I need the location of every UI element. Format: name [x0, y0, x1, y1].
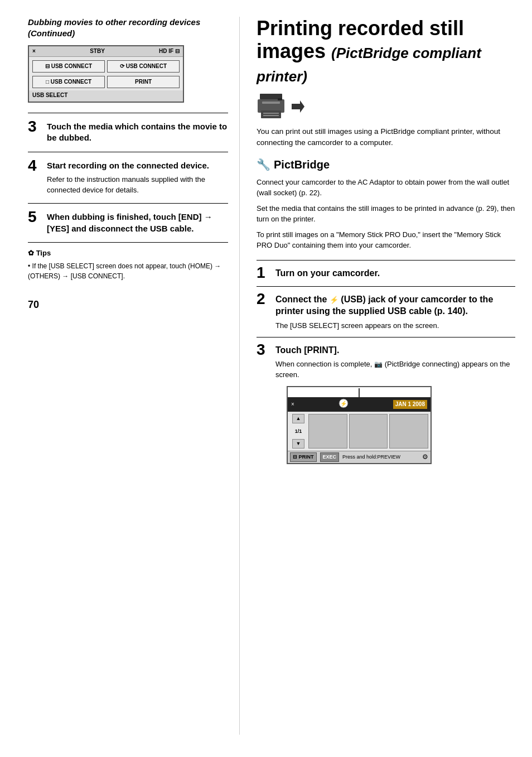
- svg-rect-2: [262, 102, 280, 104]
- screen-mockup-left: × STBY HD IF ⊟ ⊟ USB CONNECT ⟳ USB CONNE…: [28, 45, 184, 103]
- smr-bottom-bar: ⊟ PRINT EXEC Press and hold:PREVIEW ⚙: [288, 451, 431, 463]
- tips-section: ✿ Tips • If the [USB SELECT] screen does…: [28, 242, 228, 281]
- svg-rect-4: [263, 113, 279, 114]
- smr-connect-icon: ⚡: [338, 398, 349, 411]
- step-4-title: Start recording on the connected device.: [47, 160, 228, 171]
- step-4-body: Refer to the instruction manuals supplie…: [47, 175, 228, 196]
- tips-icon: ✿: [28, 249, 34, 257]
- smr-date: JAN 1 2008: [393, 400, 427, 409]
- connect-arrow-icon: [289, 98, 306, 115]
- svg-rect-6: [278, 98, 282, 100]
- tips-body: • If the [USB SELECT] screen does not ap…: [28, 262, 228, 281]
- step-3-number: 3: [28, 119, 47, 134]
- r-step-2-title: Connect the ⚡ (USB) jack of your camcord…: [275, 293, 515, 317]
- screen-icons: HD IF ⊟: [159, 47, 180, 55]
- step-3: 3 Touch the media which contains the mov…: [28, 113, 228, 150]
- r-step-2-number: 2: [257, 291, 275, 307]
- svg-text:⚡: ⚡: [340, 400, 347, 407]
- screen-close: ×: [32, 47, 36, 55]
- step-4: 4 Start recording on the connected devic…: [28, 152, 228, 201]
- tips-heading: ✿ Tips: [28, 248, 228, 258]
- pictbridge-connect-icon: ⚡: [338, 398, 349, 408]
- print-btn-left[interactable]: PRINT: [107, 76, 180, 88]
- screen-mockup-right: × ⚡ JAN 1 2008: [287, 386, 432, 464]
- r-step-2: 2 Connect the ⚡ (USB) jack of your camco…: [257, 286, 515, 336]
- smr-print-btn[interactable]: ⊟ PRINT: [290, 452, 317, 462]
- smr-preview-label: Press and hold:PREVIEW: [342, 454, 400, 461]
- printer-icon-area: [257, 94, 515, 119]
- smr-close: ×: [291, 401, 294, 408]
- printer-icon: [257, 94, 286, 119]
- step-3-title: Touch the media which contains the movie…: [47, 121, 228, 144]
- step-5: 5 When dubbing is finished, touch [END] …: [28, 203, 228, 240]
- pictbridge-description: Connect your camcorder to the AC Adaptor…: [257, 177, 515, 251]
- r-step-1: 1 Turn on your camcorder.: [257, 260, 515, 285]
- svg-rect-5: [263, 115, 279, 116]
- r-step-3-body: When connection is complete, 📷 (PictBrid…: [275, 359, 515, 380]
- right-column: Printing recorded still images (PictBrid…: [240, 17, 532, 735]
- smr-exec-btn[interactable]: EXEC: [320, 452, 340, 462]
- step-4-number: 4: [28, 158, 47, 173]
- usb-connect-btn-3[interactable]: □ USB CONNECT: [32, 76, 105, 88]
- pictbridge-logo-icon: 🔧: [257, 157, 270, 172]
- pictbridge-heading: 🔧 PictBridge: [257, 157, 515, 172]
- svg-marker-7: [292, 100, 304, 113]
- page-number: 70: [28, 298, 228, 312]
- main-title: Printing recorded still images (PictBrid…: [257, 17, 515, 86]
- smr-settings-icon[interactable]: ⚙: [422, 452, 428, 462]
- r-step-3-title: Touch [PRINT].: [275, 344, 515, 356]
- r-step-1-title: Turn on your camcorder.: [275, 267, 515, 279]
- smr-img-3: [389, 414, 428, 449]
- usb-connect-btn-1[interactable]: ⊟ USB CONNECT: [32, 60, 105, 73]
- smr-img-2: [349, 414, 388, 449]
- intro-text: You can print out still images using a P…: [257, 126, 515, 149]
- r-step-3-number: 3: [257, 342, 275, 358]
- r-step-3: 3 Touch [PRINT]. When connection is comp…: [257, 337, 515, 469]
- smr-nav-up[interactable]: ▲: [292, 414, 304, 423]
- usb-connect-btn-2[interactable]: ⟳ USB CONNECT: [107, 60, 180, 73]
- r-step-2-body: The [USB SELECT] screen appears on the s…: [275, 321, 515, 331]
- svg-rect-3: [261, 110, 281, 118]
- usb-select-label: USB SELECT: [29, 90, 183, 102]
- smr-nav: ▲ 1/1 ▼: [290, 414, 307, 449]
- smr-nav-down[interactable]: ▼: [292, 439, 304, 449]
- left-column: Dubbing movies to other recording device…: [0, 17, 240, 735]
- step-5-number: 5: [28, 209, 47, 225]
- step-5-title: When dubbing is finished, touch [END] → …: [47, 211, 228, 234]
- screen-stby: STBY: [90, 47, 105, 55]
- r-step-1-number: 1: [257, 265, 275, 281]
- smr-count: 1/1: [295, 428, 302, 435]
- smr-img-1: [308, 414, 347, 449]
- section-heading: Dubbing movies to other recording device…: [28, 17, 228, 38]
